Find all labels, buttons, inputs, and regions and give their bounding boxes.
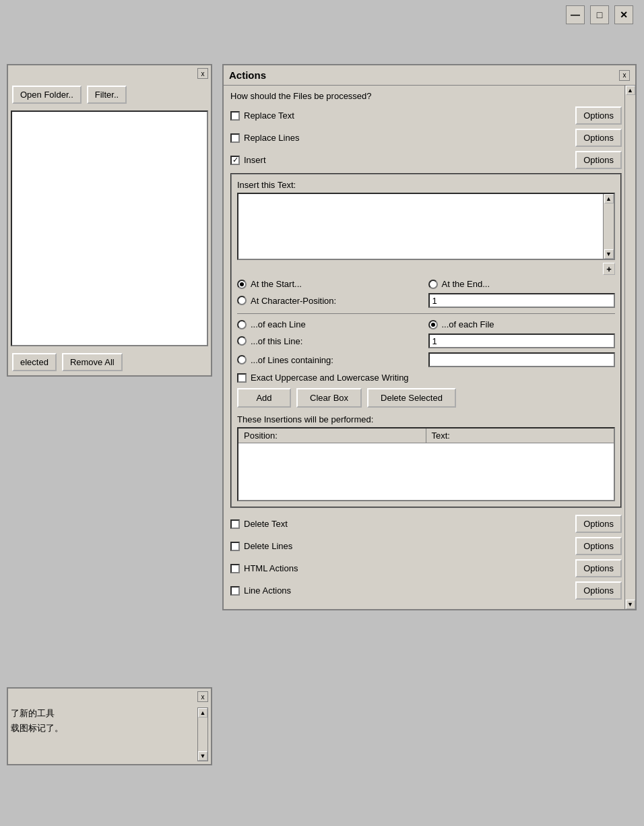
html-actions-checkbox[interactable] [230,564,240,573]
process-question: How should the Files be processed? [230,91,622,101]
left-panel-header: x [8,65,211,82]
insert-options-button[interactable]: Options [575,151,622,169]
title-bar: — □ ✕ [555,0,644,30]
maximize-button[interactable]: □ [590,5,609,24]
remove-all-button[interactable]: Remove All [62,353,123,371]
delete-text-row: Delete Text Options [230,515,622,533]
of-this-line-radio[interactable] [237,336,247,346]
bottom-left-panel: x ▲ ▼ 了新的工具 载图标记了。 [7,687,212,765]
actions-scroll-down[interactable]: ▼ [626,600,635,609]
of-each-file-option: ...of each File [428,319,616,329]
at-char-pos-label: At Character-Position: [251,296,336,306]
replace-lines-options-button[interactable]: Options [575,129,622,147]
at-char-pos-input[interactable]: 1 [428,293,616,308]
at-end-radio[interactable] [428,280,438,289]
insert-textarea-container: ▲ ▼ [237,193,615,260]
left-panel-footer: elected Remove All [8,349,211,375]
insert-scroll-down[interactable]: ▼ [604,249,614,259]
replace-lines-label: Replace Lines [244,133,299,143]
left-panel-close-button[interactable]: x [197,68,208,79]
html-actions-row: HTML Actions Options [230,559,622,577]
exact-case-checkbox[interactable] [237,373,247,383]
line-actions-row: Line Actions Options [230,581,622,600]
replace-text-checkbox[interactable] [230,111,240,121]
at-start-radio[interactable] [237,280,247,289]
bottom-left-panel-header: x [8,689,211,705]
minimize-button[interactable]: — [566,5,585,24]
replace-lines-checkbox[interactable] [230,133,240,143]
insert-scroll-up[interactable]: ▲ [604,194,614,203]
of-each-line-option: ...of each Line [237,319,424,329]
replace-text-row: Replace Text Options [230,106,622,125]
table-header: Position: Text: [238,428,614,443]
bottom-options: Delete Text Options Delete Lines Options [230,515,622,600]
scroll-down-arrow[interactable]: ▼ [198,751,207,761]
actions-panel: Actions x How should the Files be proces… [222,64,637,610]
at-char-pos-radio[interactable] [237,296,247,305]
html-actions-options-button[interactable]: Options [575,559,622,577]
remove-selected-button[interactable]: elected [12,353,57,371]
replace-text-options-button[interactable]: Options [575,106,622,125]
open-folder-button[interactable]: Open Folder.. [12,86,82,104]
actions-scroll-up[interactable]: ▲ [626,86,635,95]
delete-text-options-button[interactable]: Options [575,515,622,533]
line-actions-options-button[interactable]: Options [575,581,622,600]
of-each-file-radio[interactable] [428,320,438,329]
table-col-position: Position: [238,428,426,443]
at-start-option: At the Start... [237,279,424,289]
at-char-pos-option: At Character-Position: [237,293,424,308]
of-each-file-label: ...of each File [442,319,494,329]
actions-panel-scrollbar: ▲ ▼ [624,86,635,609]
delete-lines-row: Delete Lines Options [230,537,622,555]
at-end-option: At the End... [428,279,616,289]
line-actions-checkbox[interactable] [230,586,240,596]
delete-text-label: Delete Text [244,519,288,529]
insert-scroll-track [604,203,614,249]
of-this-line-option: ...of this Line: [237,336,424,346]
action-buttons-row: Add Clear Box Delete Selected [237,388,615,408]
insert-checkbox[interactable] [230,156,240,165]
of-this-line-input[interactable] [428,333,616,348]
delete-lines-checkbox[interactable] [230,542,240,551]
actions-panel-title: Actions [229,69,266,81]
add-button[interactable]: Add [237,388,291,408]
of-lines-containing-radio[interactable] [237,355,247,364]
file-list-area [11,110,208,346]
of-each-line-label: ...of each Line [251,319,306,329]
insert-label: Insert [244,155,266,165]
close-window-button[interactable]: ✕ [614,5,633,24]
bottom-left-panel-close-button[interactable]: x [197,691,208,702]
clear-box-button[interactable]: Clear Box [296,388,362,408]
bottom-left-content-area: ▲ ▼ 了新的工具 载图标记了。 [8,705,211,764]
insert-textarea[interactable] [238,194,614,259]
actions-panel-header: Actions x [224,65,635,86]
bottom-text-line2: 载图标记了。 [11,722,208,734]
insert-sub-panel: Insert this Text: ▲ ▼ + [230,173,622,508]
divider1 [237,313,615,314]
scroll-thumb [198,718,207,751]
html-actions-label: HTML Actions [244,563,298,573]
insert-row: Insert Options [230,151,622,169]
plus-button[interactable]: + [603,263,615,275]
delete-lines-options-button[interactable]: Options [575,537,622,555]
of-lines-containing-input[interactable] [428,352,616,367]
at-start-label: At the Start... [251,279,302,289]
replace-text-label: Replace Text [244,110,294,121]
actions-panel-close-button[interactable]: x [619,70,630,81]
of-each-line-radio[interactable] [237,320,247,329]
exact-case-label: Exact Uppercase and Lowercase Writing [251,373,409,383]
of-lines-containing-option: ...of Lines containing: [237,355,424,365]
exact-case-row: Exact Uppercase and Lowercase Writing [237,373,615,383]
table-col-text: Text: [426,428,614,443]
at-end-label: At the End... [442,279,490,289]
filter-button[interactable]: Filter.. [87,86,127,104]
insertions-label: These Insertions will be performed: [237,414,615,424]
of-this-line-label: ...of this Line: [251,336,302,346]
left-panel: x Open Folder.. Filter.. elected Remove … [7,64,212,377]
delete-selected-button[interactable]: Delete Selected [367,388,456,408]
insert-textarea-scrollbar: ▲ ▼ [603,194,614,259]
delete-text-checkbox[interactable] [230,519,240,529]
insert-text-label: Insert this Text: [237,180,615,190]
line-actions-label: Line Actions [244,585,291,596]
scroll-up-arrow[interactable]: ▲ [198,708,207,718]
